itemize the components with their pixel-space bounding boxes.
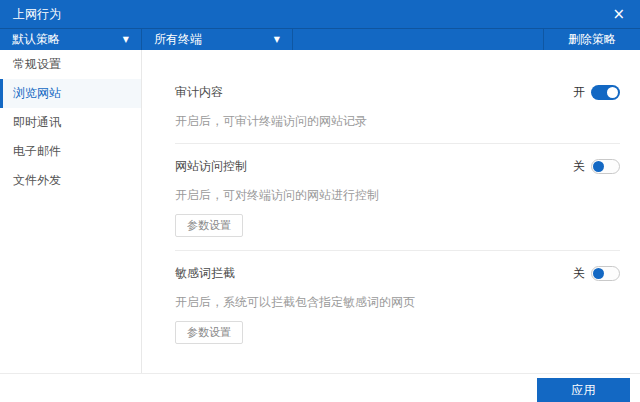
delete-policy-label: 删除策略 bbox=[568, 31, 616, 48]
section-description: 开启后，可审计终端访问的网站记录 bbox=[175, 113, 620, 130]
audit-content-toggle[interactable]: 开 bbox=[573, 84, 620, 101]
toggle-state-label: 关 bbox=[573, 158, 585, 175]
section-website-access-control: 网站访问控制 关 开启后，可对终端访问的网站进行控制 参数设置 bbox=[175, 158, 620, 237]
policy-dropdown-label: 默认策略 bbox=[12, 31, 60, 48]
apply-button[interactable]: 应用 bbox=[537, 378, 630, 402]
section-header: 敏感词拦截 关 bbox=[175, 265, 620, 282]
toggle-knob bbox=[593, 161, 604, 172]
sensitive-word-toggle[interactable]: 关 bbox=[573, 265, 620, 282]
title-bar: 上网行为 × bbox=[0, 0, 640, 28]
toggle-switch-off-icon[interactable] bbox=[591, 266, 620, 281]
policy-toolbar: 默认策略 ▼ 所有终端 ▼ 删除策略 bbox=[0, 28, 640, 50]
toggle-switch-off-icon[interactable] bbox=[591, 159, 620, 174]
section-header: 审计内容 开 bbox=[175, 84, 620, 101]
sidebar-item-instant-messaging[interactable]: 即时通讯 bbox=[0, 108, 141, 137]
param-settings-button[interactable]: 参数设置 bbox=[175, 214, 243, 237]
section-header: 网站访问控制 关 bbox=[175, 158, 620, 175]
window-title: 上网行为 bbox=[13, 6, 61, 23]
chevron-down-icon: ▼ bbox=[274, 36, 280, 44]
section-description: 开启后，可对终端访问的网站进行控制 bbox=[175, 187, 620, 204]
terminal-dropdown-label: 所有终端 bbox=[154, 31, 202, 48]
sidebar-item-general-settings[interactable]: 常规设置 bbox=[0, 50, 141, 79]
delete-policy-button[interactable]: 删除策略 bbox=[543, 29, 640, 50]
toggle-switch-on-icon[interactable] bbox=[591, 85, 620, 100]
toggle-knob bbox=[607, 87, 618, 98]
toggle-knob bbox=[593, 268, 604, 279]
website-access-toggle[interactable]: 关 bbox=[573, 158, 620, 175]
toggle-state-label: 关 bbox=[573, 265, 585, 282]
settings-content: 审计内容 开 开启后，可审计终端访问的网站记录 网站访问控制 关 bbox=[142, 50, 640, 373]
close-icon[interactable]: × bbox=[610, 7, 627, 22]
section-divider bbox=[175, 143, 620, 144]
param-settings-button[interactable]: 参数设置 bbox=[175, 321, 243, 344]
section-description: 开启后，系统可以拦截包含指定敏感词的网页 bbox=[175, 294, 620, 311]
section-audit-content: 审计内容 开 开启后，可审计终端访问的网站记录 bbox=[175, 84, 620, 130]
policy-dropdown[interactable]: 默认策略 ▼ bbox=[0, 29, 142, 50]
toolbar-spacer bbox=[293, 29, 543, 50]
section-title: 审计内容 bbox=[175, 84, 223, 101]
chevron-down-icon: ▼ bbox=[123, 36, 129, 44]
section-title: 网站访问控制 bbox=[175, 158, 247, 175]
body-area: 常规设置 浏览网站 即时通讯 电子邮件 文件外发 审计内容 开 开启后，可审计终… bbox=[0, 50, 640, 373]
terminal-dropdown[interactable]: 所有终端 ▼ bbox=[142, 29, 293, 50]
sidebar-item-email[interactable]: 电子邮件 bbox=[0, 137, 141, 166]
sidebar-item-file-outgoing[interactable]: 文件外发 bbox=[0, 166, 141, 195]
sidebar: 常规设置 浏览网站 即时通讯 电子邮件 文件外发 bbox=[0, 50, 142, 373]
footer-bar: 应用 bbox=[0, 373, 640, 402]
toggle-state-label: 开 bbox=[573, 84, 585, 101]
sidebar-item-browse-websites[interactable]: 浏览网站 bbox=[0, 79, 141, 108]
section-title: 敏感词拦截 bbox=[175, 265, 235, 282]
section-divider bbox=[175, 250, 620, 251]
internet-behavior-window: 上网行为 × 默认策略 ▼ 所有终端 ▼ 删除策略 常规设置 浏览网站 即时通讯… bbox=[0, 0, 640, 402]
section-sensitive-word-blocking: 敏感词拦截 关 开启后，系统可以拦截包含指定敏感词的网页 参数设置 bbox=[175, 265, 620, 344]
